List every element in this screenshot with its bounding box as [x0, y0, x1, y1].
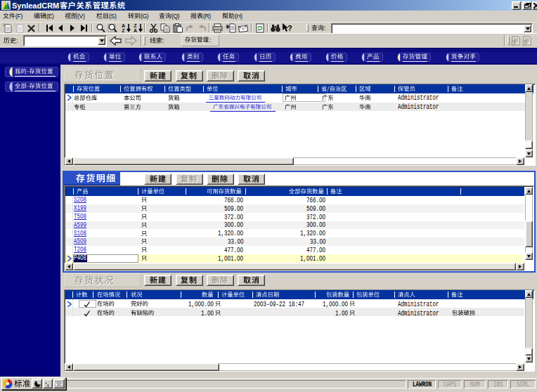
svg-text:?: ?: [287, 24, 292, 32]
